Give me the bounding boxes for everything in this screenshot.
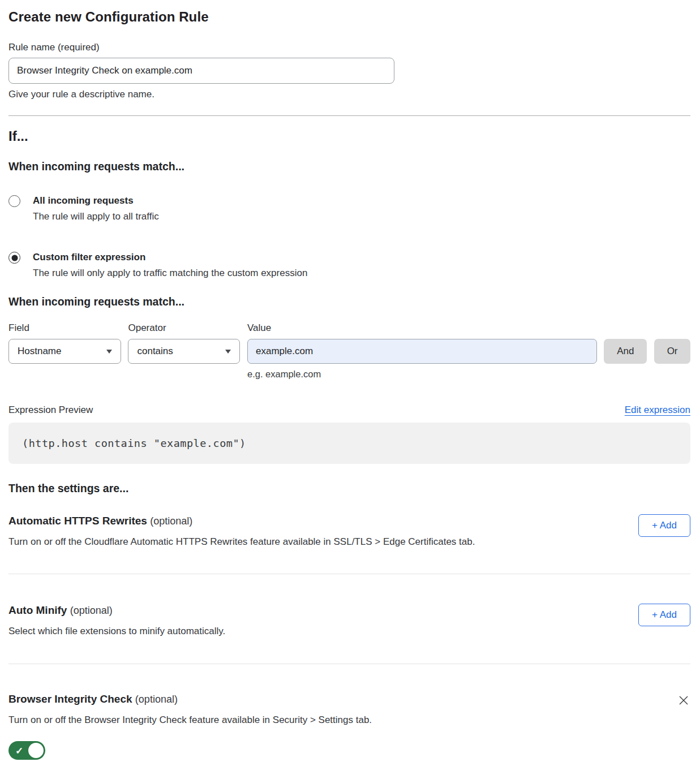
chevron-down-icon (106, 350, 112, 354)
operator-select-value: contains (137, 346, 173, 357)
chevron-down-icon (225, 350, 231, 354)
radio-option-description: The rule will only apply to traffic matc… (33, 267, 307, 279)
add-auto-minify-button[interactable]: + Add (638, 604, 690, 626)
toggle-knob (28, 743, 44, 758)
expression-builder-row: Field Hostname Operator contains Value e… (8, 322, 690, 380)
add-automatic-https-rewrites-button[interactable]: + Add (638, 514, 690, 537)
create-configuration-rule-form: Create new Configuration Rule Rule name … (0, 0, 700, 773)
value-help: e.g. example.com (247, 369, 597, 380)
setting-title: Automatic HTTPS Rewrites (optional) (8, 514, 475, 528)
setting-auto-minify: Auto Minify (optional) Select which file… (8, 604, 690, 638)
match-heading: When incoming requests match... (8, 160, 690, 173)
rule-name-label: Rule name (required) (8, 42, 690, 53)
setting-browser-integrity-check: Browser Integrity Check (optional) Turn … (8, 692, 690, 762)
expression-preview-code: (http.host contains "example.com") (8, 423, 690, 464)
section-divider (8, 115, 690, 116)
setting-optional-label: (optional) (70, 605, 113, 616)
operator-label: Operator (128, 322, 239, 334)
page-title: Create new Configuration Rule (8, 9, 690, 25)
field-label: Field (8, 322, 121, 334)
setting-description: Turn on or off the Cloudflare Automatic … (8, 536, 475, 548)
setting-description: Select which file extensions to minify a… (8, 625, 225, 638)
builder-heading: When incoming requests match... (8, 295, 690, 308)
edit-expression-link[interactable]: Edit expression (625, 404, 690, 416)
value-input[interactable] (247, 339, 597, 364)
radio-option-custom-filter[interactable]: Custom filter expression The rule will o… (8, 251, 690, 279)
radio-option-label: All incoming requests (33, 195, 159, 207)
setting-automatic-https-rewrites: Automatic HTTPS Rewrites (optional) Turn… (8, 514, 690, 548)
rule-name-help: Give your rule a descriptive name. (8, 89, 690, 100)
radio-selected-icon[interactable] (8, 252, 20, 264)
expression-preview-label: Expression Preview (8, 404, 93, 416)
operator-select[interactable]: contains (128, 339, 239, 364)
remove-setting-button[interactable] (677, 694, 690, 707)
setting-optional-label: (optional) (135, 694, 178, 705)
close-icon (678, 695, 689, 706)
setting-divider (8, 664, 690, 664)
setting-title: Auto Minify (optional) (8, 604, 225, 617)
radio-option-all-requests[interactable]: All incoming requests The rule will appl… (8, 195, 690, 223)
if-heading: If... (8, 128, 690, 144)
checkmark-icon: ✓ (15, 744, 23, 756)
radio-option-description: The rule will apply to all traffic (33, 210, 159, 223)
then-heading: Then the settings are... (8, 482, 690, 495)
expression-preview-header: Expression Preview Edit expression (8, 404, 690, 416)
rule-name-input[interactable] (8, 58, 394, 84)
field-select[interactable]: Hostname (8, 339, 121, 364)
radio-unselected-icon[interactable] (8, 195, 20, 207)
radio-option-label: Custom filter expression (33, 251, 307, 264)
setting-description: Turn on or off the Browser Integrity Che… (8, 714, 372, 726)
field-select-value: Hostname (18, 346, 61, 357)
setting-divider (8, 574, 690, 574)
browser-integrity-check-toggle[interactable]: ✓ (8, 741, 45, 760)
and-button[interactable]: And (604, 339, 647, 364)
setting-optional-label: (optional) (150, 515, 192, 527)
value-label: Value (247, 322, 597, 334)
or-button[interactable]: Or (654, 339, 690, 364)
setting-title: Browser Integrity Check (optional) (8, 692, 372, 706)
